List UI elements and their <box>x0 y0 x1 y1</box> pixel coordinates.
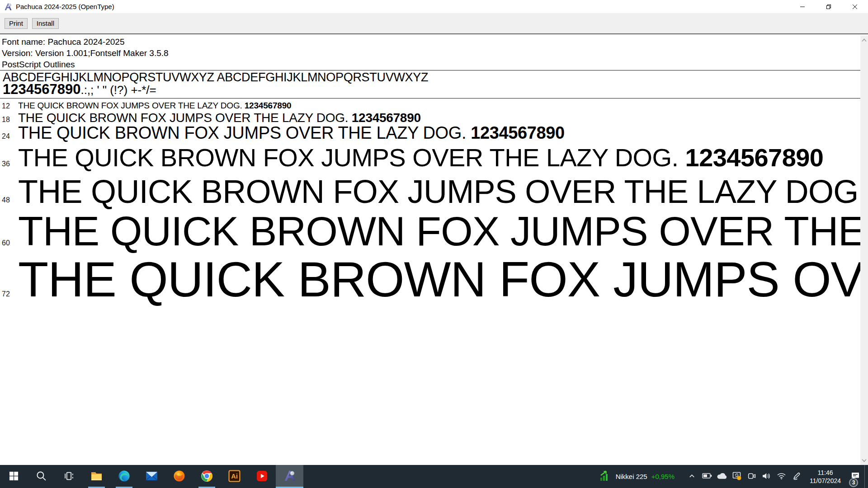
battery-button[interactable] <box>701 465 713 488</box>
battery-icon <box>702 473 712 480</box>
file-explorer-icon <box>90 470 103 483</box>
start-icon <box>9 471 19 482</box>
display-sync-button[interactable] <box>731 465 743 488</box>
volume-button[interactable] <box>761 465 773 488</box>
font-viewer-icon <box>283 469 297 484</box>
size-label: 24 <box>2 133 10 140</box>
sample-text: THE QUICK BROWN FOX JUMPS OVER THE LAZY … <box>18 145 823 170</box>
taskbar-file-explorer-button[interactable] <box>83 465 110 488</box>
size-label: 72 <box>2 291 10 298</box>
sample-text: THE QUICK BROWN FOX JUMPS OVER THE LAZY … <box>18 175 868 208</box>
size-label: 12 <box>2 103 10 110</box>
illustrator-icon: Ai <box>228 470 241 483</box>
toolbar: Print Install <box>0 13 868 34</box>
onedrive-cloud-icon <box>717 473 727 481</box>
restore-button[interactable] <box>816 0 842 13</box>
charset-digits: 1234567890 <box>3 81 80 97</box>
stock-ticker-widget[interactable]: Nikkei 225 +0,95% <box>594 465 680 488</box>
titlebar: Pachuca 2024-2025 (OpenType) <box>0 0 868 13</box>
preview-row-12: 12 THE QUICK BROWN FOX JUMPS OVER THE LA… <box>0 101 868 110</box>
divider <box>0 98 860 99</box>
notification-badge: 3 <box>849 478 858 487</box>
taskbar-right-section: Nikkei 225 +0,95% <box>594 465 868 488</box>
youtube-icon <box>256 470 268 483</box>
preview-row-72: 72 THE QUICK BROWN FOX JUMPS OVER THE LA… <box>0 254 868 304</box>
sample-text: THE QUICK BROWN FOX JUMPS OVER THE LAZY … <box>18 211 868 252</box>
screen: Pachuca 2024-2025 (OpenType) Print Insta… <box>0 0 868 488</box>
chevron-up-icon <box>689 473 695 481</box>
preview-row-24: 24 THE QUICK BROWN FOX JUMPS OVER THE LA… <box>0 124 868 141</box>
display-sync-icon <box>732 471 742 482</box>
scroll-up-arrow-icon[interactable] <box>860 36 868 44</box>
taskbar-firefox-button[interactable] <box>165 465 193 488</box>
meet-now-camera-icon <box>747 471 756 482</box>
sample-text: THE QUICK BROWN FOX JUMPS OVER THE LAZY … <box>18 112 421 124</box>
sample-text: THE QUICK BROWN FOX JUMPS OVER THE LAZY … <box>18 101 291 110</box>
sample-text: THE QUICK BROWN FOX JUMPS OVER THE LAZY … <box>18 254 868 304</box>
taskbar-illustrator-button[interactable]: Ai <box>221 465 248 488</box>
speaker-icon <box>762 472 771 481</box>
scroll-down-arrow-icon[interactable] <box>860 456 868 464</box>
charset-punctuation: .:,; ' " (!?) +-*/= <box>80 83 156 97</box>
preview-row-18: 18 THE QUICK BROWN FOX JUMPS OVER THE LA… <box>0 112 868 124</box>
install-button[interactable]: Install <box>32 18 59 29</box>
size-label: 60 <box>2 239 10 247</box>
preview-row-36: 36 THE QUICK BROWN FOX JUMPS OVER THE LA… <box>0 145 868 170</box>
task-view-icon <box>63 470 75 483</box>
taskbar-youtube-button[interactable] <box>248 465 276 488</box>
taskbar-task-view-button[interactable] <box>55 465 83 488</box>
stock-change: +0,95% <box>651 473 675 480</box>
mail-icon <box>146 471 158 483</box>
show-desktop-button[interactable] <box>864 465 868 488</box>
stock-name: Nikkei 225 <box>616 473 647 480</box>
taskbar-chrome-button[interactable] <box>193 465 221 488</box>
chrome-icon <box>201 470 213 483</box>
meet-now-button[interactable] <box>746 465 758 488</box>
clock-time: 11:46 <box>810 469 841 477</box>
edge-icon <box>118 470 130 483</box>
taskbar-edge-button[interactable] <box>110 465 138 488</box>
taskbar-font-viewer-button[interactable] <box>276 465 303 488</box>
vertical-scrollbar[interactable] <box>860 35 868 465</box>
size-label: 18 <box>2 116 10 123</box>
windows-ink-button[interactable] <box>791 465 802 488</box>
taskbar-search-button[interactable] <box>28 465 55 488</box>
window-controls <box>789 0 868 13</box>
sample-text: THE QUICK BROWN FOX JUMPS OVER THE LAZY … <box>18 124 565 141</box>
font-preview-content: Font name: Pachuca 2024-2025 Version: Ve… <box>0 34 868 465</box>
hidden-icons-button[interactable] <box>686 465 698 488</box>
wifi-icon <box>777 472 786 481</box>
taskbar: Ai <box>0 465 868 488</box>
version-line: Version: Version 1.001;Fontself Maker 3.… <box>2 48 169 58</box>
size-label: 48 <box>2 197 10 204</box>
minimize-button[interactable] <box>789 0 816 13</box>
outline-type-line: PostScript Outlines <box>2 60 75 70</box>
onedrive-button[interactable] <box>716 465 728 488</box>
size-label: 36 <box>2 160 10 168</box>
svg-text:Ai: Ai <box>231 473 238 480</box>
font-name-line: Font name: Pachuca 2024-2025 <box>2 37 124 47</box>
search-icon <box>36 470 47 483</box>
windows-ink-pen-icon <box>792 472 801 482</box>
system-tray <box>686 465 802 488</box>
close-button[interactable] <box>842 0 868 13</box>
print-button[interactable]: Print <box>5 18 28 29</box>
action-center-button[interactable]: 3 <box>846 465 864 488</box>
network-button[interactable] <box>776 465 788 488</box>
font-viewer-app-icon <box>4 2 13 11</box>
taskbar-start-button[interactable] <box>0 465 28 488</box>
taskbar-mail-button[interactable] <box>138 465 165 488</box>
charset-symbols: 1234567890.:,; ' " (!?) +-*/= <box>3 82 156 96</box>
clock-date: 11/07/2024 <box>810 477 841 485</box>
taskbar-clock[interactable]: 11:46 11/07/2024 <box>807 469 844 485</box>
window-title: Pachuca 2024-2025 (OpenType) <box>16 3 114 10</box>
preview-row-60: 60 THE QUICK BROWN FOX JUMPS OVER THE LA… <box>0 211 868 252</box>
preview-row-48: 48 THE QUICK BROWN FOX JUMPS OVER THE LA… <box>0 175 868 208</box>
firefox-icon <box>173 470 185 483</box>
stock-chart-icon <box>599 469 612 483</box>
font-viewer-window: Pachuca 2024-2025 (OpenType) Print Insta… <box>0 0 868 465</box>
